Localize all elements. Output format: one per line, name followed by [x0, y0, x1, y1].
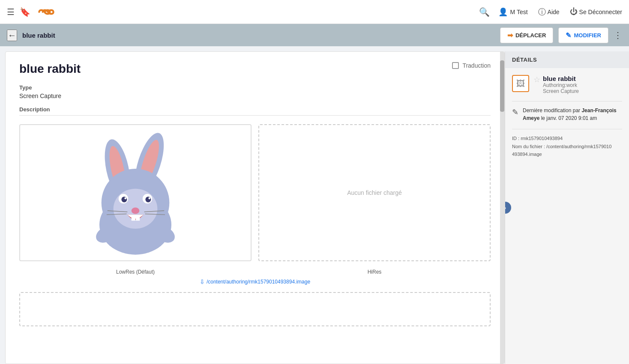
- sidebar-item-type: Authoring:work: [543, 82, 622, 88]
- download-link[interactable]: /content/authoring/rmk1579010493894.imag…: [207, 279, 310, 285]
- sidebar-collapse-button[interactable]: ›: [505, 202, 511, 214]
- download-icon: ⇩: [200, 278, 205, 285]
- image-grid: Aucun fichier chargé: [19, 124, 491, 261]
- user-menu[interactable]: 👤 M Test: [498, 7, 528, 17]
- favorite-star-icon[interactable]: ☆: [533, 75, 540, 84]
- svg-point-13: [132, 208, 140, 214]
- modifier-button[interactable]: ✎ MODIFIER: [558, 27, 608, 43]
- traduction-label: Traduction: [462, 62, 491, 69]
- sidebar-divider-2: [512, 129, 622, 129]
- scrollbar-track[interactable]: [500, 52, 504, 364]
- scrollbar-thumb[interactable]: [500, 60, 504, 112]
- lowres-image-box: [19, 124, 252, 261]
- deplacer-button[interactable]: ➡ DÉPLACER: [500, 27, 554, 43]
- sidebar-edit-row: ✎ Dernière modification par Jean-Françoi…: [512, 107, 622, 122]
- edit-prefix: Dernière modification par: [523, 107, 581, 113]
- sidebar-header: DÉTAILS: [505, 51, 629, 68]
- content-header: blue rabbit Traduction: [19, 62, 491, 76]
- sidebar-meta: ID : rmk1579010493894 Nom du fichier : /…: [512, 134, 622, 158]
- traduction-checkbox-area[interactable]: Traduction: [452, 62, 491, 69]
- sidebar-content: 🖼 ☆ blue rabbit Authoring:work Screen Ca…: [505, 68, 629, 165]
- content-panel: blue rabbit Traduction Type Screen Captu…: [5, 51, 505, 364]
- svg-point-9: [124, 197, 126, 200]
- app-logo: [36, 4, 57, 20]
- sidebar-item-subtype: Screen Capture: [543, 88, 622, 94]
- deplacer-label: DÉPLACER: [515, 32, 546, 39]
- document-title: blue rabbit: [19, 62, 81, 76]
- hamburger-menu-icon[interactable]: ☰: [7, 7, 15, 17]
- type-value: Screen Capture: [19, 92, 491, 99]
- logout-label: Se Déconnecter: [579, 9, 622, 15]
- no-file-label: Aucun fichier chargé: [347, 189, 402, 196]
- help-icon: ⓘ: [538, 7, 546, 17]
- user-name-label: M Test: [510, 9, 528, 15]
- sidebar-item-name: blue rabbit: [543, 75, 622, 82]
- edit-middle: le janv. 07 2020 9:01 am: [539, 115, 597, 121]
- hires-image-box: Aucun fichier chargé: [258, 124, 491, 261]
- svg-point-12: [148, 197, 150, 200]
- type-label: Type: [19, 84, 491, 91]
- sidebar-thumbnail: 🖼: [512, 75, 529, 92]
- sidebar-item-top: 🖼 ☆ blue rabbit Authoring:work Screen Ca…: [512, 75, 622, 94]
- search-icon[interactable]: 🔍: [479, 7, 490, 17]
- help-label: Aide: [548, 9, 560, 15]
- id-label: ID : rmk1579010493894: [512, 134, 622, 143]
- description-label: Description: [19, 106, 491, 116]
- sidebar-edit-text: Dernière modification par Jean-François …: [523, 107, 622, 122]
- sub-navigation: ← blue rabbit ➡ DÉPLACER ✎ MODIFIER ⋮: [0, 24, 629, 46]
- rabbit-image: [20, 128, 251, 257]
- details-sidebar: › DÉTAILS 🖼 ☆ blue rabbit Authoring:work…: [505, 51, 629, 364]
- image-thumbnail-icon: 🖼: [516, 79, 525, 89]
- additional-content-box: [19, 292, 491, 326]
- edit-pencil-icon: ✎: [566, 31, 571, 39]
- description-section: Description: [19, 106, 491, 116]
- bookmark-icon[interactable]: 🔖: [20, 7, 30, 17]
- modifier-label: MODIFIER: [574, 32, 601, 39]
- logout-button[interactable]: ⏻ Se Déconnecter: [570, 7, 622, 16]
- back-button[interactable]: ←: [7, 30, 17, 41]
- svg-rect-15: [136, 216, 140, 221]
- lowres-caption: LowRes (Défaut): [116, 269, 155, 275]
- svg-point-11: [145, 197, 151, 202]
- download-link-row[interactable]: ⇩ /content/authoring/rmk1579010493894.im…: [19, 278, 491, 285]
- hires-caption: HiRes: [368, 269, 382, 275]
- logout-icon: ⏻: [570, 7, 578, 16]
- main-area: blue rabbit Traduction Type Screen Captu…: [0, 46, 629, 364]
- more-options-button[interactable]: ⋮: [614, 30, 622, 40]
- sidebar-divider-1: [512, 101, 622, 101]
- chevron-right-icon: ›: [505, 204, 506, 211]
- edit-icon: ✎: [512, 107, 518, 117]
- top-navigation: ☰ 🔖 🔍 👤 M Test ⓘ Aide ⏻ Se Déconnecter: [0, 0, 629, 24]
- type-field: Type Screen Capture: [19, 84, 491, 99]
- svg-point-8: [121, 197, 127, 202]
- sidebar-item-info: blue rabbit Authoring:work Screen Captur…: [543, 75, 622, 94]
- help-menu[interactable]: ⓘ Aide: [538, 7, 560, 17]
- filename-label: Nom du fichier : /content/authoring/rmk1…: [512, 143, 622, 158]
- user-icon: 👤: [498, 7, 508, 17]
- arrow-right-icon: ➡: [507, 31, 513, 39]
- svg-rect-14: [132, 216, 135, 221]
- traduction-checkbox[interactable]: [452, 62, 459, 69]
- page-title: blue rabbit: [22, 32, 495, 39]
